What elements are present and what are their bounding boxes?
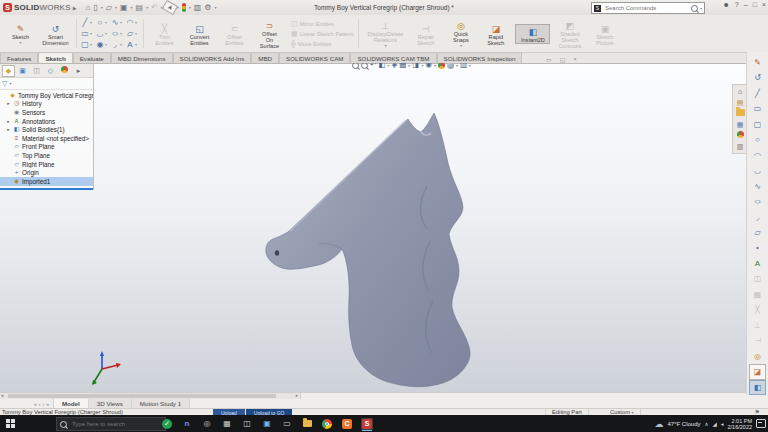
tree-item-sensors[interactable]: ◉Sensors <box>0 108 93 117</box>
ellipse-tool[interactable]: ○ <box>108 28 123 39</box>
featuremanager-tree-tab[interactable]: ◆ <box>2 65 15 77</box>
tab-evaluate[interactable]: Evaluate <box>73 52 111 63</box>
search-icon[interactable] <box>691 5 698 12</box>
rail-linear-sketch-pattern[interactable]: ▦ <box>749 287 766 302</box>
rail-reference-plane[interactable]: ▱ <box>749 225 766 240</box>
tree-item-imported1[interactable]: ◆Imported1 <box>0 177 93 186</box>
chevron-down-icon[interactable]: ▾ <box>101 5 103 10</box>
select-icon[interactable]: ➤ <box>162 0 178 15</box>
rail-repair-sketch[interactable]: ⊣ <box>749 333 766 348</box>
tree-item-history[interactable]: ▸◷History <box>0 100 93 109</box>
mirror-entities-button[interactable]: ◫Mirror Entities <box>291 20 353 28</box>
tab-solidworks-cam-tbm[interactable]: SOLIDWORKS CAM TBM <box>350 52 436 63</box>
taskbar-search-box[interactable] <box>56 417 166 431</box>
expand-arrow-icon[interactable]: ▸ <box>6 101 11 106</box>
file-explorer-icon[interactable] <box>301 418 313 430</box>
convert-entities-button[interactable]: ◱ConvertEntities <box>182 21 217 47</box>
doc-tab-motion-study-1[interactable]: Motion Study 1 <box>132 399 190 408</box>
tab-scroll-icon[interactable]: » <box>46 401 49 407</box>
displaymanager-tab[interactable] <box>58 65 71 77</box>
chevron-down-icon[interactable]: ▾ <box>408 63 410 68</box>
rail-point[interactable]: • <box>749 240 766 255</box>
rail-sketch-fillet[interactable]: ◞ <box>749 210 766 225</box>
line-tool[interactable]: ╱ <box>80 17 90 28</box>
rail-corner-rectangle[interactable]: ▭ <box>749 101 766 116</box>
taskbar-search-input[interactable] <box>70 420 162 428</box>
tab-scroll-icon[interactable]: › <box>42 401 44 407</box>
quick-snaps-button[interactable]: ◎QuickSnaps▾ <box>443 18 478 50</box>
taskpane-appearances-tab[interactable] <box>735 131 745 140</box>
home-icon[interactable]: ⌂ <box>85 2 92 13</box>
close-button[interactable]: × <box>762 1 766 8</box>
sketch-button[interactable]: ✎Sketch▾ <box>3 21 38 47</box>
tangent-arc-tool[interactable]: ◡ <box>95 28 105 39</box>
photos-icon[interactable]: ▣ <box>261 418 273 430</box>
doc-tab-model[interactable]: Model <box>54 399 89 408</box>
rail-quick-snaps[interactable]: ◎ <box>749 349 766 364</box>
doc-minimize-button[interactable]: ▭ <box>546 56 552 63</box>
open-file-icon[interactable]: ▱ <box>105 2 113 13</box>
offset-on-surface-button[interactable]: ⊃OffsetOnSurface <box>252 18 287 50</box>
tab-scroll-icon[interactable]: ‹ <box>39 401 41 407</box>
linear-sketch-pattern-button[interactable]: ▦Linear Sketch Pattern <box>291 30 353 38</box>
network-icon[interactable]: ◢ <box>713 421 717 427</box>
save-icon[interactable]: ▣ <box>119 2 129 13</box>
rail-centerpoint-arc[interactable]: ◠ <box>749 148 766 163</box>
tab-features[interactable]: Features <box>0 52 38 63</box>
instant2d-button[interactable]: ◧Instant2D <box>515 24 550 44</box>
maximize-button[interactable]: □ <box>753 1 757 8</box>
tree-item-solid-bodies-1[interactable]: ▸◧Solid Bodies(1) <box>0 125 93 134</box>
app-n-icon[interactable]: n <box>181 418 193 430</box>
dimxpertmanager-tab[interactable]: ◇ <box>44 65 57 77</box>
chevron-down-icon[interactable]: ▾ <box>146 5 148 10</box>
chevron-down-icon[interactable]: ▾ <box>387 63 389 68</box>
rail-trim-entities[interactable]: ╳ <box>749 302 766 317</box>
cura-icon[interactable]: C <box>341 418 353 430</box>
command-search-input[interactable] <box>603 4 689 12</box>
tab-mbd[interactable]: MBD <box>251 52 279 63</box>
tree-item-right-plane[interactable]: ▱Right Plane <box>0 160 93 169</box>
chevron-down-icon[interactable]: ▾ <box>421 63 423 68</box>
filter-icon[interactable]: ▽ <box>2 80 7 88</box>
sketch-picture-button[interactable]: ▣SketchPicture <box>587 21 622 47</box>
chevron-down-icon[interactable]: ▾ <box>9 81 11 86</box>
panel-expand-arrow[interactable]: ▸ <box>72 65 85 77</box>
rail-spline[interactable]: ∿ <box>749 179 766 194</box>
rebuild-icon[interactable] <box>182 3 186 12</box>
tree-item-tommy-boy-vertical-foregrip-[interactable]: ◆Tommy Boy Vertical Foregrip (Charge <box>0 91 93 100</box>
tree-item-front-plane[interactable]: ▱Front Plane <box>0 143 93 152</box>
chevron-down-icon[interactable]: ▾ <box>189 5 191 10</box>
clock[interactable]: 2:01 PM2/16/2022 <box>728 418 752 430</box>
weather-text[interactable]: 47°F Cloudy <box>667 421 700 427</box>
circle-tool[interactable]: ○ <box>95 17 105 28</box>
scrollbar-thumb[interactable] <box>8 394 276 398</box>
tab-solidworks-add-ins[interactable]: SOLIDWORKS Add-Ins <box>173 52 252 63</box>
rollback-bar[interactable] <box>0 188 93 190</box>
chevron-down-icon[interactable]: ▾ <box>115 5 117 10</box>
help-icon[interactable]: ? <box>735 1 739 8</box>
smart-dimension-button[interactable]: ↺SmartDimension <box>38 21 73 47</box>
rail-text[interactable]: A <box>749 256 766 271</box>
rail-tangent-arc[interactable]: ◡ <box>749 163 766 178</box>
fillet-tool[interactable]: ◞ <box>110 39 120 50</box>
rail-line[interactable]: ╱ <box>749 86 766 101</box>
doc-restore-button[interactable]: ◱ <box>560 56 566 63</box>
doc-close-button[interactable]: × <box>573 56 577 63</box>
trim-entities-button[interactable]: ╳TrimEntities <box>147 21 182 47</box>
tree-item-material-not-specified[interactable]: ≡Material <not specified> <box>0 134 93 143</box>
doc-tab-3d-views[interactable]: 3D Views <box>89 399 132 408</box>
propertymanager-tab[interactable]: ▣ <box>16 65 29 77</box>
chevron-down-icon[interactable]: ▾ <box>135 17 140 28</box>
new-file-icon[interactable]: ▯ <box>92 2 98 13</box>
tree-item-origin[interactable]: +Origin <box>0 168 93 177</box>
rail-mirror-entities[interactable]: ◫ <box>749 271 766 286</box>
configurationmanager-tab[interactable]: ◫ <box>30 65 43 77</box>
move-entities-button[interactable]: ╬Move Entities <box>291 40 353 47</box>
print-icon[interactable]: ▤ <box>135 2 145 13</box>
tab-solidworks-inspection[interactable]: SOLIDWORKS Inspection <box>437 52 523 63</box>
tab-scroll-buttons[interactable]: «‹›» <box>30 399 54 408</box>
taskpane-design-library-tab[interactable]: ▤ <box>735 98 745 107</box>
chrome-icon[interactable] <box>321 418 333 430</box>
chevron-down-icon[interactable]: ▾ <box>434 63 436 68</box>
rail-rapid-sketch[interactable]: ◪ <box>749 364 766 379</box>
